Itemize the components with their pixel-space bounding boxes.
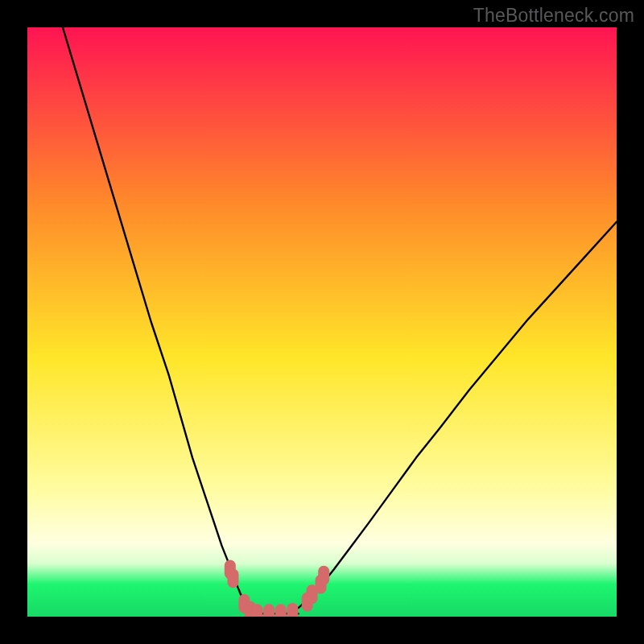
bottleneck-chart-svg bbox=[27, 27, 617, 617]
data-marker bbox=[318, 566, 329, 585]
data-marker bbox=[275, 604, 287, 617]
data-marker bbox=[263, 604, 275, 617]
data-marker bbox=[227, 568, 238, 588]
gradient-background bbox=[27, 27, 617, 617]
watermark-text: TheBottleneck.com bbox=[473, 5, 634, 27]
plot-area bbox=[27, 27, 617, 617]
data-marker bbox=[287, 603, 298, 617]
chart-container: TheBottleneck.com bbox=[0, 0, 644, 644]
data-marker bbox=[251, 604, 262, 617]
